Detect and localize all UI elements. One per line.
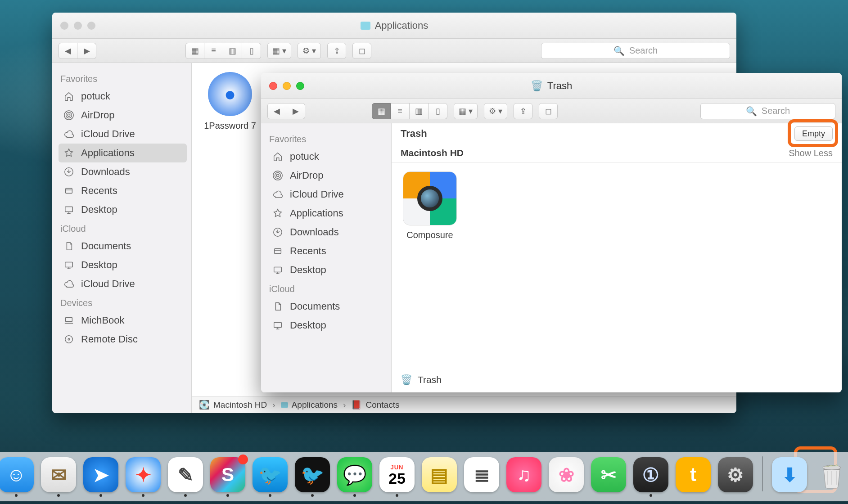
trash-item[interactable]: Composure [401,171,459,240]
disk-icon: 💽 [199,400,210,410]
dock-app-settings-icon[interactable]: ⚙ [718,457,753,497]
share-button[interactable]: ⇪ [327,43,346,59]
sidebar-item-label: iCloud Drive [81,278,135,290]
sidebar-item-downloads[interactable]: Downloads [267,223,387,242]
sidebar-item-desktop-icloud[interactable]: Desktop [59,256,187,274]
sidebar-item-potuck[interactable]: potuck [267,147,387,166]
running-indicator [523,494,525,497]
sidebar-item-potuck[interactable]: potuck [59,87,187,106]
share-button[interactable]: ⇪ [514,103,532,119]
sidebar-item-desktop[interactable]: Desktop [267,261,387,279]
view-gallery-button[interactable]: ▯ [429,103,447,119]
sidebar-item-desktop-icloud[interactable]: Desktop [267,316,387,335]
dock-app-onepassword-icon[interactable]: ① [633,457,668,497]
dock-app-music-icon[interactable]: ♫ [506,457,541,497]
running-indicator [353,494,356,497]
trash-device-item[interactable]: 🗑️ Trash [400,372,834,388]
dock-app-reminders-icon[interactable]: ≣ [464,457,499,497]
running-indicator [142,494,144,497]
path-segment[interactable]: 📕Contacts [351,400,399,410]
mail-icon: ✉ [41,457,76,492]
toolbar: ◀ ▶ ▦ ≡ ▥ ▯ ▦ ▾ ⚙ ▾ ⇪ ◻ 🔍 Search [261,99,842,123]
tag-button[interactable]: ◻ [352,43,371,59]
sidebar-item-recents[interactable]: Recents [267,242,387,261]
svg-rect-5 [65,207,73,212]
svg-rect-14 [275,249,281,254]
applications-icon [63,148,75,158]
dock-app-calendar-icon[interactable]: JUN25 [379,457,415,497]
sidebar-header-favorites: Favorites [60,74,185,84]
sidebar-item-airdrop[interactable]: AirDrop [59,106,187,125]
nav-back-button[interactable]: ◀ [59,43,77,59]
dock-app-twitter-icon[interactable]: 🐦 [295,457,330,497]
dock-app-finder-icon[interactable]: ☺ [0,457,34,497]
svg-rect-16 [274,323,282,328]
action-menu-button[interactable]: ⚙ ▾ [484,103,507,119]
search-input[interactable]: 🔍 Search [700,103,835,119]
sidebar-item-recents[interactable]: Recents [59,181,187,200]
dock-app-notes-icon[interactable]: ▤ [422,457,457,497]
view-gallery-button[interactable]: ▯ [242,43,261,59]
sidebar-item-applications[interactable]: Applications [59,144,187,162]
downloads-icon [63,167,75,177]
nav-back-button[interactable]: ◀ [267,103,286,119]
dock-app-mail-icon[interactable]: ✉ [41,457,76,497]
sidebar-item-label: Desktop [290,320,326,331]
sidebar-header-icloud: iCloud [269,284,385,294]
action-menu-button[interactable]: ⚙ ▾ [298,43,321,59]
dock-app-slack-icon[interactable]: S [210,457,245,497]
view-icons-button[interactable]: ▦ [372,103,391,119]
sidebar-item-airdrop[interactable]: AirDrop [267,166,387,185]
dock-app-safari-nav-icon[interactable]: ➤ [83,457,118,497]
dock-app-scribble-icon[interactable]: ✎ [168,457,203,497]
desktop-icon [272,320,284,330]
sidebar-item-iclouddrive-2[interactable]: iCloud Drive [59,274,187,293]
sidebar-item-remotedisc[interactable]: Remote Disc [59,330,187,349]
sidebar-item-applications[interactable]: Applications [267,204,387,223]
view-list-button[interactable]: ≡ [391,103,410,119]
show-less-toggle[interactable]: Show Less [789,148,833,158]
svg-point-1 [66,112,72,118]
sidebar-item-iclouddrive[interactable]: iCloud Drive [267,185,387,204]
path-segment[interactable]: 💽Macintosh HD [199,400,267,410]
view-list-button[interactable]: ≡ [204,43,223,59]
screenshot-icon: ✂ [591,457,626,492]
search-input[interactable]: 🔍 Search [541,43,730,59]
tag-button[interactable]: ◻ [539,103,558,119]
dock-app-photos-icon[interactable]: ❀ [549,457,584,497]
running-indicator [311,494,314,497]
path-segment[interactable]: Applications [281,400,338,410]
nav-forward-button[interactable]: ▶ [286,103,305,119]
titlebar[interactable]: Applications [52,13,736,39]
dock-app-messages-icon[interactable]: 💬 [337,457,372,497]
sidebar-item-documents[interactable]: Documents [59,237,187,256]
view-columns-button[interactable]: ▥ [223,43,242,59]
search-icon: 🔍 [746,106,757,117]
recents-icon [63,186,75,196]
dock-downloads-stack[interactable]: ⬇ [772,457,807,497]
running-indicator [607,494,610,497]
group-menu-button[interactable]: ▦ ▾ [454,103,478,119]
trash-grid[interactable]: Composure [392,162,842,367]
nav-forward-button[interactable]: ▶ [77,43,96,59]
path-bar[interactable]: 💽Macintosh HD › Applications › 📕Contacts [192,396,736,413]
dock-app-things-icon[interactable]: t [676,457,711,497]
sidebar-item-michbook[interactable]: MichBook [59,311,187,330]
dock-trash[interactable] [814,457,848,497]
group-menu-button[interactable]: ▦ ▾ [267,43,291,59]
running-indicator [565,494,568,497]
view-columns-button[interactable]: ▥ [410,103,429,119]
dock-app-tweetbot-icon[interactable]: 🐦 [253,457,288,497]
sidebar-item-documents[interactable]: Documents [267,297,387,316]
sidebar-item-iclouddrive[interactable]: iCloud Drive [59,125,187,144]
view-icons-button[interactable]: ▦ [185,43,204,59]
svg-rect-4 [66,189,72,194]
app-tile[interactable]: ● 1Password 7 [201,72,259,239]
finder-window-trash: 🗑️ Trash ◀ ▶ ▦ ≡ ▥ ▯ ▦ ▾ ⚙ ▾ ⇪ ◻ 🔍 Searc… [261,73,842,392]
notification-badge [238,454,248,464]
dock-app-safari-icon[interactable]: ✦ [126,457,161,497]
sidebar-item-downloads[interactable]: Downloads [59,162,187,181]
dock-app-screenshot-icon[interactable]: ✂ [591,457,626,497]
sidebar-item-desktop[interactable]: Desktop [59,200,187,219]
titlebar[interactable]: 🗑️ Trash [261,73,842,99]
